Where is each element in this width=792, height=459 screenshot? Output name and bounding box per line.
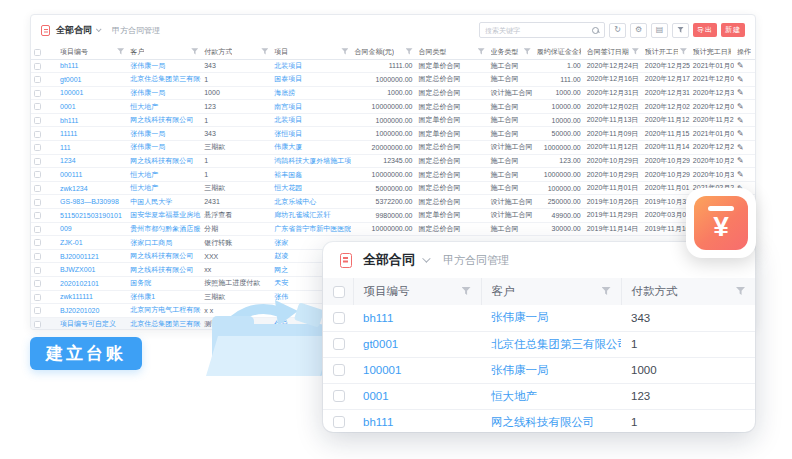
contract-link[interactable]: 恒大地产 <box>127 100 201 114</box>
row-checkbox[interactable] <box>34 253 41 260</box>
create-ledger-button[interactable]: 建立台账 <box>30 337 142 370</box>
filter-icon[interactable] <box>524 48 531 55</box>
contract-link[interactable]: bh111 <box>353 409 481 432</box>
row-checkbox[interactable] <box>34 199 41 206</box>
row-checkbox[interactable] <box>34 171 41 178</box>
contract-link[interactable]: 009 <box>57 222 127 236</box>
row-checkbox[interactable] <box>34 280 41 287</box>
contract-link[interactable]: 恒大地产 <box>127 181 201 195</box>
contract-link[interactable]: 广东省普宁市新中医医院... <box>271 222 351 236</box>
edit-icon[interactable]: ✎ <box>737 170 744 179</box>
contract-link[interactable]: 鸿鹄科技大厦外墙施工项目 <box>271 154 351 168</box>
contract-link[interactable]: gt0001 <box>353 331 481 357</box>
filter-icon[interactable] <box>672 23 689 38</box>
contract-link[interactable]: 0001 <box>353 383 481 409</box>
filter-icon[interactable] <box>680 48 687 55</box>
edit-icon[interactable]: ✎ <box>737 129 744 138</box>
contract-link[interactable]: 恒大花园 <box>271 181 351 195</box>
filter-icon[interactable] <box>602 287 611 296</box>
row-checkbox[interactable] <box>34 307 41 314</box>
contract-link[interactable]: 北装项目 <box>271 59 351 73</box>
row-checkbox[interactable] <box>333 338 345 350</box>
contract-link[interactable]: 张伟康一局 <box>127 141 201 155</box>
contract-link[interactable]: ZJK-01 <box>57 236 127 250</box>
contract-link[interactable]: 裕丰国鑫 <box>271 168 351 182</box>
new-button[interactable]: 新建 <box>721 23 745 37</box>
filter-icon[interactable] <box>341 48 348 55</box>
contract-link[interactable]: 张伟康一局 <box>127 59 201 73</box>
contract-link[interactable]: 北京住总集团第三有限公司 <box>481 331 621 357</box>
chevron-down-icon[interactable] <box>96 26 102 32</box>
filter-icon[interactable] <box>462 287 471 296</box>
contract-link[interactable]: 网之线科技有限公司 <box>127 249 201 263</box>
row-checkbox[interactable] <box>34 76 41 83</box>
contract-link[interactable]: 5115021503190101 <box>57 209 127 223</box>
contract-link[interactable]: 张伟康一局 <box>127 127 201 141</box>
contract-link[interactable]: 项目编号可自定义 <box>57 317 127 330</box>
filter-icon[interactable] <box>261 48 268 55</box>
contract-link[interactable]: 100001 <box>57 86 127 100</box>
select-all-checkbox[interactable] <box>333 286 345 298</box>
contract-link[interactable]: BJWZX001 <box>57 263 127 277</box>
contract-link[interactable]: 国泰项目 <box>271 73 351 87</box>
row-checkbox[interactable] <box>34 212 41 219</box>
contract-link[interactable]: 张家口工商局 <box>127 236 201 250</box>
chevron-down-icon[interactable] <box>422 254 430 262</box>
contract-link[interactable]: 恒大地产 <box>127 168 201 182</box>
contract-link[interactable]: 张伟康一局 <box>481 357 621 383</box>
select-all-checkbox[interactable] <box>34 49 41 56</box>
filter-icon[interactable] <box>632 48 639 55</box>
contract-link[interactable]: gt0001 <box>57 73 127 87</box>
row-checkbox[interactable] <box>333 312 345 324</box>
filter-icon[interactable] <box>736 287 745 296</box>
contract-link[interactable]: 伟康大厦 <box>271 141 351 155</box>
columns-icon[interactable]: ▤ <box>651 23 668 38</box>
contract-link[interactable]: 海底捞 <box>271 86 351 100</box>
edit-icon[interactable]: ✎ <box>737 116 744 125</box>
edit-icon[interactable]: ✎ <box>737 102 744 111</box>
row-checkbox[interactable] <box>34 117 41 124</box>
contract-link[interactable]: 网之线科技有限公司 <box>127 154 201 168</box>
filter-icon[interactable] <box>117 48 124 55</box>
contract-link[interactable]: 0001 <box>57 100 127 114</box>
row-checkbox[interactable] <box>34 239 41 246</box>
refresh-icon[interactable]: ↻ <box>609 23 626 38</box>
edit-icon[interactable]: ✎ <box>737 61 744 70</box>
contract-link[interactable]: 国安华夏幸福基业房地产... <box>127 209 201 223</box>
contract-link[interactable]: 中国人民大学 <box>127 195 201 209</box>
row-checkbox[interactable] <box>34 226 41 233</box>
contract-link[interactable]: GS-983—BJ30998 <box>57 195 127 209</box>
row-checkbox[interactable] <box>34 158 41 165</box>
row-checkbox[interactable] <box>34 131 41 138</box>
ledger-money-icon[interactable]: ¥ <box>686 188 756 258</box>
contract-link[interactable]: 恒大地产 <box>481 383 621 409</box>
contract-link[interactable]: 张伟康一局 <box>127 86 201 100</box>
row-checkbox[interactable] <box>34 267 41 274</box>
contract-link[interactable]: 11111 <box>57 127 127 141</box>
contract-link[interactable]: 北京住总集团第三有限公司 <box>127 73 201 87</box>
contract-link[interactable]: BJ20201020 <box>57 304 127 318</box>
contract-link[interactable]: 北京乐城中心 <box>271 195 351 209</box>
contract-link[interactable]: zwk1234 <box>57 181 127 195</box>
edit-icon[interactable]: ✎ <box>737 88 744 97</box>
contract-link[interactable]: 张恒项目 <box>271 127 351 141</box>
filter-icon[interactable] <box>406 48 413 55</box>
row-checkbox[interactable] <box>34 103 41 110</box>
contract-link[interactable]: zwk111111 <box>57 290 127 304</box>
row-checkbox[interactable] <box>34 321 41 328</box>
settings-icon[interactable]: ⚙ <box>630 23 647 38</box>
row-checkbox[interactable] <box>333 390 345 402</box>
row-checkbox[interactable] <box>333 364 345 376</box>
edit-icon[interactable]: ✎ <box>737 143 744 152</box>
contract-link[interactable]: BJ20001121 <box>57 249 127 263</box>
row-checkbox[interactable] <box>34 294 41 301</box>
contract-link[interactable]: 000111 <box>57 168 127 182</box>
row-checkbox[interactable] <box>34 144 41 151</box>
contract-link[interactable]: 张伟康一局 <box>481 305 621 331</box>
search-input[interactable] <box>480 27 592 34</box>
edit-icon[interactable]: ✎ <box>737 156 744 165</box>
edit-icon[interactable]: ✎ <box>737 75 744 84</box>
contract-link[interactable]: 网之线科技有限公司 <box>481 409 621 432</box>
row-checkbox[interactable] <box>34 90 41 97</box>
export-button[interactable]: 导出 <box>693 23 717 37</box>
